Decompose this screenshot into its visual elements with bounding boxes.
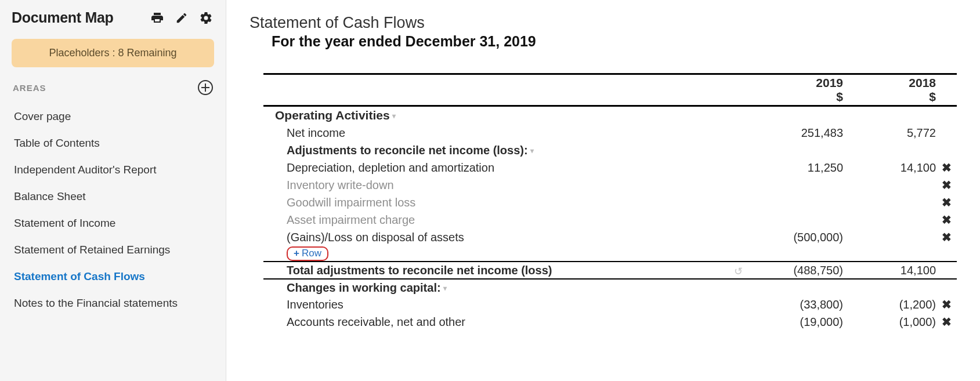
add-row-label: Row [302, 248, 321, 259]
total-adjustments-label: Total adjustments to reconcile net incom… [263, 264, 750, 277]
adj-row-goodwill[interactable]: Goodwill impairment loss ✖ [263, 194, 957, 211]
adj-label: Goodwill impairment loss [263, 196, 750, 209]
nav-item-toc[interactable]: Table of Contents [10, 130, 215, 157]
operating-activities-heading[interactable]: Operating Activities▾ [263, 107, 957, 124]
print-icon[interactable] [149, 10, 165, 26]
year-header-row: 2019 2018 [263, 73, 957, 90]
chevron-down-icon: ▾ [443, 284, 447, 292]
year-col-1: 2019 [750, 76, 843, 90]
nav-item-balance-sheet[interactable]: Balance Sheet [10, 183, 215, 210]
placeholders-pill[interactable]: Placeholders : 8 Remaining [12, 39, 214, 67]
wc-v2: (1,000) [843, 315, 936, 329]
net-income-label: Net income [263, 126, 750, 140]
nav-item-cover-page[interactable]: Cover page [10, 103, 215, 130]
nav-item-auditor-report[interactable]: Independent Auditor's Report [10, 157, 215, 183]
working-capital-label: Changes in working capital: [287, 281, 441, 294]
cash-flow-table: 2019 2018 $ $ Operating Activities▾ Net … [263, 73, 957, 331]
total-adjustments-v1: ↺ (488,750) [750, 264, 843, 277]
year-col-2: 2018 [843, 76, 936, 90]
page-title: Statement of Cash Flows [249, 14, 957, 32]
net-income-v2: 5,772 [843, 126, 936, 140]
plus-icon: + [294, 248, 299, 259]
total-adjustments-row[interactable]: Total adjustments to reconcile net incom… [263, 261, 957, 278]
net-income-row[interactable]: Net income 251,483 5,772 [263, 124, 957, 141]
add-row-button[interactable]: + Row [287, 246, 328, 261]
nav-item-notes[interactable]: Notes to the Financial statements [10, 290, 215, 317]
add-area-icon[interactable] [198, 80, 213, 95]
wc-row-inventories[interactable]: Inventories (33,800) (1,200) ✖ [263, 296, 957, 313]
adj-label: Depreciation, depletion and amortization [263, 161, 750, 175]
adj-v1: 11,250 [750, 161, 843, 175]
adjustments-heading-label: Adjustments to reconcile net income (los… [287, 144, 528, 157]
working-capital-heading[interactable]: Changes in working capital:▾ [263, 278, 957, 296]
adjustments-heading[interactable]: Adjustments to reconcile net income (los… [263, 141, 957, 159]
total-adjustments-v2: 14,100 [843, 264, 936, 277]
chevron-down-icon: ▾ [530, 147, 534, 155]
adj-label: Inventory write-down [263, 179, 750, 192]
net-income-v1: 251,483 [750, 126, 843, 140]
edit-icon[interactable] [173, 10, 190, 26]
adj-v2: 14,100 [843, 161, 936, 175]
wc-label: Inventories [263, 298, 750, 311]
currency-header-row: $ $ [263, 90, 957, 107]
operating-activities-label: Operating Activities [275, 108, 390, 122]
wc-label: Accounts receivable, net and other [263, 315, 750, 329]
areas-header: AREAS [10, 80, 215, 95]
nav-item-income[interactable]: Statement of Income [10, 210, 215, 237]
wc-row-accounts-receivable[interactable]: Accounts receivable, net and other (19,0… [263, 313, 957, 331]
refresh-icon[interactable]: ↺ [734, 265, 743, 278]
adj-row-gains-loss-disposal[interactable]: (Gains)/Loss on disposal of assets (500,… [263, 228, 957, 246]
wc-v1: (33,800) [750, 298, 843, 311]
nav-item-cash-flows[interactable]: Statement of Cash Flows [10, 263, 215, 290]
remove-row-icon[interactable]: ✖ [936, 195, 957, 209]
areas-label: AREAS [13, 83, 46, 93]
adj-row-asset-impairment[interactable]: Asset impairment charge ✖ [263, 211, 957, 228]
sidebar-title: Document Map [12, 9, 141, 26]
adj-row-depreciation[interactable]: Depreciation, depletion and amortization… [263, 159, 957, 176]
gear-icon[interactable] [198, 10, 214, 26]
wc-v1: (19,000) [750, 315, 843, 329]
remove-row-icon[interactable]: ✖ [936, 213, 957, 227]
main: Statement of Cash Flows For the year end… [226, 0, 980, 381]
currency-col-2: $ [843, 90, 936, 104]
remove-row-icon[interactable]: ✖ [936, 315, 957, 329]
chevron-down-icon: ▾ [392, 112, 396, 120]
adj-v1: (500,000) [750, 231, 843, 244]
add-row-container: + Row [263, 246, 957, 261]
adj-label: (Gains)/Loss on disposal of assets [263, 231, 750, 244]
sidebar: Document Map Placeholders : 8 Remaining … [0, 0, 226, 381]
page-subtitle: For the year ended December 31, 2019 [272, 33, 957, 50]
areas-nav: Cover page Table of Contents Independent… [10, 103, 215, 317]
sidebar-header: Document Map [10, 7, 215, 28]
remove-row-icon[interactable]: ✖ [936, 230, 957, 244]
remove-row-icon[interactable]: ✖ [936, 178, 957, 192]
adj-label: Asset impairment charge [263, 213, 750, 227]
adj-row-inventory-writedown[interactable]: Inventory write-down ✖ [263, 176, 957, 194]
currency-col-1: $ [750, 90, 843, 104]
wc-v2: (1,200) [843, 298, 936, 311]
remove-row-icon[interactable]: ✖ [936, 297, 957, 311]
nav-item-retained-earnings[interactable]: Statement of Retained Earnings [10, 237, 215, 263]
remove-row-icon[interactable]: ✖ [936, 161, 957, 175]
